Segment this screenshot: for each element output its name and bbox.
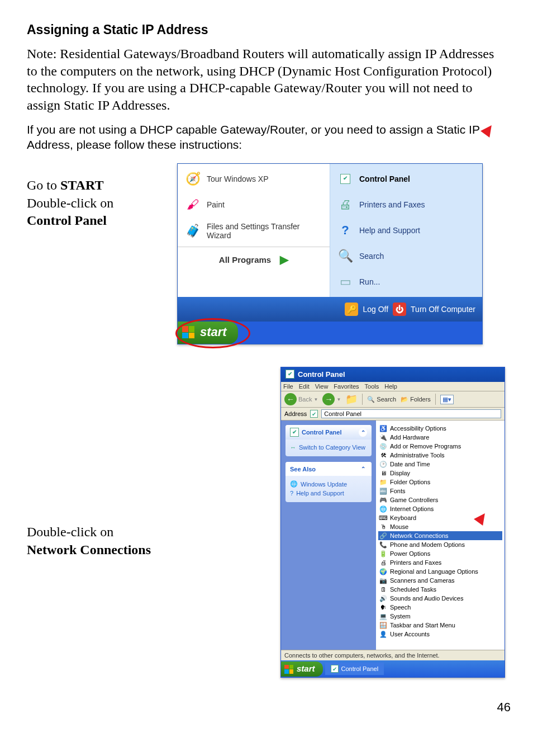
turnoff-button[interactable]: Turn Off Computer: [411, 305, 475, 314]
side-panel-cp-header[interactable]: Control Panel ⌃: [285, 425, 372, 440]
back-label: Back: [298, 396, 312, 403]
item-label: Speech: [390, 604, 411, 611]
item-label: Mouse: [390, 523, 408, 530]
logoff-button[interactable]: Log Off: [363, 305, 388, 314]
search-icon: 🔍: [367, 396, 375, 403]
cp-item-speech[interactable]: 🗣Speech: [378, 603, 502, 612]
item-icon: 🔗: [379, 532, 387, 540]
start-menu-item-tour[interactable]: 🧭 Tour Windows XP: [178, 166, 330, 192]
window-title: Control Panel: [298, 370, 345, 379]
start-menu-item-paint[interactable]: 🖌 Paint: [178, 192, 330, 218]
all-programs-label: All Programs: [219, 255, 271, 264]
note-paragraph: Note: Residential Gateways/Broadband Rou…: [27, 45, 506, 114]
help-icon: ?: [290, 490, 293, 497]
cp-item-add-or-remove-programs[interactable]: 💿Add or Remove Programs: [378, 442, 502, 451]
menu-file[interactable]: File: [283, 383, 293, 390]
all-programs-button[interactable]: All Programs ▶: [178, 247, 330, 272]
cp-item-administrative-tools[interactable]: 🛠Administrative Tools: [378, 451, 502, 460]
item-icon: 📞: [379, 541, 387, 549]
back-button[interactable]: ← Back ▼: [284, 393, 318, 405]
titlebar: Control Panel: [281, 367, 505, 382]
item-label: System: [390, 613, 411, 620]
taskbar-start-button[interactable]: start: [281, 662, 323, 677]
item-label: Regional and Language Options: [390, 568, 478, 575]
menu-help[interactable]: Help: [384, 383, 397, 390]
start-item-label: Printers and Faxes: [359, 200, 425, 209]
start-item-label: Help and Support: [359, 226, 420, 235]
switch-category-link[interactable]: ↔ Switch to Category View: [290, 443, 367, 452]
item-icon: 🛠: [379, 451, 387, 459]
up-button[interactable]: 📁: [345, 393, 358, 405]
item-label: Scanners and Cameras: [390, 577, 455, 584]
step2-line2: Network Connections: [27, 542, 151, 557]
cp-item-taskbar-and-start-menu[interactable]: 🪟Taskbar and Start Menu: [378, 621, 502, 630]
start-menu-item-help[interactable]: ? Help and Support: [330, 218, 482, 243]
taskbar: start Control Panel: [281, 660, 505, 677]
windows-update-link[interactable]: 🌐 Windows Update: [290, 479, 367, 489]
cp-item-fonts[interactable]: 🔤Fonts: [378, 486, 502, 495]
cp-item-date-and-time[interactable]: 🕑Date and Time: [378, 460, 502, 469]
item-label: Internet Options: [390, 505, 434, 512]
step2-line1: Double-click on: [27, 525, 113, 539]
dropdown-icon: ▼: [313, 397, 318, 402]
start-menu-item-fstw[interactable]: 🧳 Files and Settings Transfer Wizard: [178, 218, 330, 244]
red-arrow-icon: [483, 124, 494, 135]
taskbar-control-panel-button[interactable]: Control Panel: [325, 663, 384, 675]
cp-item-accessibility-options[interactable]: ♿Accessibility Options: [378, 424, 502, 433]
search-label: Search: [377, 396, 396, 403]
menu-tools[interactable]: Tools: [365, 383, 379, 390]
dropdown-icon: ▼: [336, 397, 341, 402]
views-button[interactable]: ▦▾: [440, 395, 454, 404]
cp-item-scheduled-tasks[interactable]: 🗓Scheduled Tasks: [378, 585, 502, 594]
cp-item-phone-and-modem-options[interactable]: 📞Phone and Modem Options: [378, 540, 502, 549]
cp-item-regional-and-language-options[interactable]: 🌍Regional and Language Options: [378, 567, 502, 576]
cp-item-folder-options[interactable]: 📁Folder Options: [378, 478, 502, 486]
control-panel-window: Control Panel File Edit View Favorites T…: [280, 367, 505, 678]
seealso-title: See Also: [290, 466, 316, 472]
start-label: start: [200, 325, 227, 339]
start-button[interactable]: start: [178, 322, 482, 344]
forward-button[interactable]: → ▼: [322, 393, 341, 405]
menu-favorites[interactable]: Favorites: [334, 383, 359, 390]
help-support-link[interactable]: ? Help and Support: [290, 489, 367, 498]
item-label: Phone and Modem Options: [390, 541, 465, 548]
back-icon: ←: [284, 393, 297, 405]
cp-item-display[interactable]: 🖥Display: [378, 469, 502, 478]
menu-edit[interactable]: Edit: [299, 383, 310, 390]
cp-item-user-accounts[interactable]: 👤User Accounts: [378, 630, 502, 639]
search-button[interactable]: 🔍 Search: [367, 396, 396, 403]
turnoff-icon: ⏻: [393, 303, 406, 316]
folders-button[interactable]: 📂 Folders: [401, 396, 431, 403]
start-item-label: Control Panel: [359, 174, 410, 183]
item-label: Printers and Faxes: [390, 559, 441, 566]
cp-item-add-hardware[interactable]: 🔌Add Hardware: [378, 433, 502, 442]
address-input[interactable]: Control Panel: [321, 409, 501, 418]
item-icon: 🖨: [379, 559, 387, 566]
item-label: Fonts: [390, 488, 406, 494]
control-panel-icon: [290, 428, 299, 437]
item-icon: 🪟: [379, 621, 387, 629]
cp-item-network-connections[interactable]: 🔗Network Connections: [378, 531, 502, 540]
switch-label: Switch to Category View: [299, 444, 365, 451]
menubar: File Edit View Favorites Tools Help: [281, 382, 505, 391]
cp-item-printers-and-faxes[interactable]: 🖨Printers and Faxes: [378, 558, 502, 567]
item-icon: 🌐: [379, 505, 387, 513]
side-panel-seealso-header[interactable]: See Also ⌃: [285, 462, 372, 476]
paint-icon: 🖌: [184, 196, 201, 213]
cp-item-system[interactable]: 💻System: [378, 612, 502, 621]
step1-line3: Control Panel: [27, 213, 107, 228]
taskbar-start-label: start: [297, 664, 315, 673]
up-icon: 📁: [345, 393, 358, 405]
start-menu-item-control-panel[interactable]: Control Panel: [330, 166, 482, 192]
start-menu-item-printers[interactable]: 🖨 Printers and Faxes: [330, 192, 482, 218]
cp-item-power-options[interactable]: 🔋Power Options: [378, 549, 502, 558]
start-menu-item-search[interactable]: 🔍 Search: [330, 243, 482, 269]
cp-item-scanners-and-cameras[interactable]: 📷Scanners and Cameras: [378, 576, 502, 585]
item-icon: 🕑: [379, 460, 387, 468]
cp-item-game-controllers[interactable]: 🎮Game Controllers: [378, 495, 502, 504]
menu-view[interactable]: View: [315, 383, 329, 390]
item-label: Folder Options: [390, 479, 430, 485]
cp-item-sounds-and-audio-devices[interactable]: 🔊Sounds and Audio Devices: [378, 594, 502, 603]
start-menu-item-run[interactable]: ▭ Run...: [330, 269, 482, 295]
help-icon: ?: [337, 222, 354, 239]
